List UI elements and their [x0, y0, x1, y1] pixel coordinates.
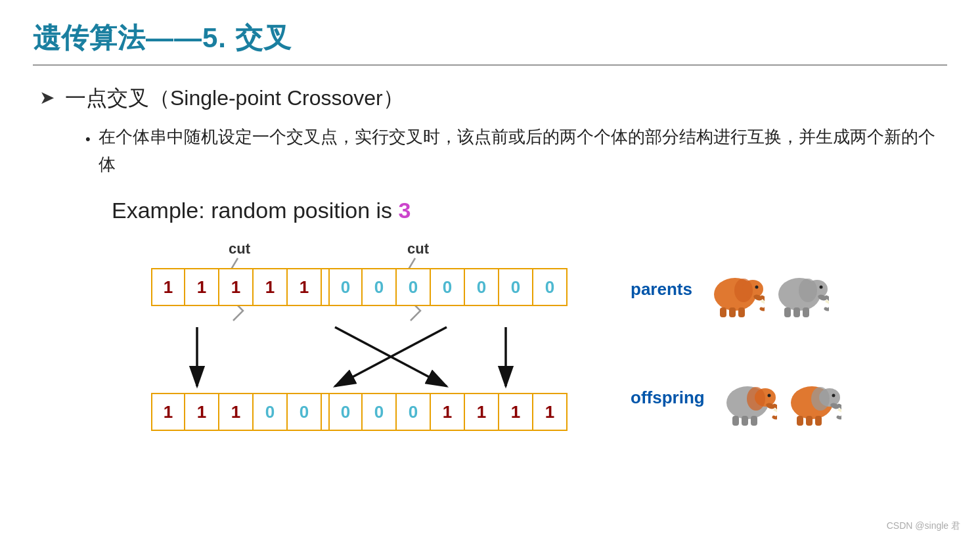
- svg-rect-12: [729, 307, 736, 317]
- parent2-gene-4: 0: [431, 268, 465, 306]
- page-title: 遗传算法——5. 交叉: [33, 20, 947, 56]
- svg-rect-29: [751, 416, 757, 426]
- offspring2-gene-3: 0: [397, 393, 431, 431]
- svg-rect-11: [720, 307, 726, 317]
- svg-rect-36: [806, 416, 813, 426]
- offspring-elephant-2: [782, 370, 841, 426]
- svg-point-18: [819, 286, 822, 289]
- example-label: Example: random position is 3: [112, 198, 947, 223]
- svg-point-10: [755, 286, 758, 289]
- parent1-gene-5: 1: [288, 268, 322, 306]
- example-number: 3: [399, 198, 411, 223]
- diagram-container: cut cut: [112, 235, 947, 452]
- main-bullet-text: 一点交叉（Single-point Crossover）: [65, 84, 404, 113]
- parent2-gene-2: 0: [363, 268, 397, 306]
- svg-rect-21: [803, 307, 809, 317]
- offspring1-gene-3: 1: [219, 393, 254, 431]
- offspring2-gene-6: 1: [499, 393, 533, 431]
- svg-point-38: [811, 387, 830, 411]
- parent2-row: 0 0 0 0 0 0 0: [328, 268, 568, 306]
- parent-elephant-gray: [770, 261, 829, 317]
- example-section: Example: random position is 3 cut cut: [112, 198, 947, 452]
- parent2-gene-1: 0: [328, 268, 363, 306]
- parent1-gene-3: 1: [219, 268, 254, 306]
- bullet-arrow: ➤: [39, 87, 55, 108]
- offspring1-gene-5: 0: [288, 393, 322, 431]
- offspring2-gene-7: 1: [533, 393, 568, 431]
- svg-rect-27: [732, 416, 739, 426]
- svg-point-34: [832, 394, 835, 397]
- svg-point-30: [747, 387, 765, 411]
- offspring2-gene-4: 1: [431, 393, 465, 431]
- offspring2-gene-2: 0: [363, 393, 397, 431]
- offspring1-gene-2: 1: [185, 393, 219, 431]
- offspring2-row: 0 0 0 1 1 1 1: [328, 393, 568, 431]
- svg-rect-28: [742, 416, 748, 426]
- parent1-gene-2: 1: [185, 268, 219, 306]
- parent2-gene-5: 0: [465, 268, 499, 306]
- parent-elephants: [705, 261, 829, 317]
- right-panel: parents: [631, 235, 841, 452]
- svg-text:cut: cut: [229, 240, 251, 257]
- svg-line-4: [335, 327, 447, 386]
- svg-rect-13: [738, 307, 745, 317]
- sub-bullet-text: 在个体串中随机设定一个交叉点，实行交叉时，该点前或后的两个个体的部分结构进行互换…: [99, 124, 947, 178]
- page: 遗传算法——5. 交叉 ➤ 一点交叉（Single-point Crossove…: [0, 0, 980, 540]
- main-bullet: ➤ 一点交叉（Single-point Crossover）: [39, 84, 947, 113]
- example-text: Example: random position is: [112, 198, 399, 223]
- parents-label: parents: [631, 279, 692, 300]
- sub-bullet-dot: •: [85, 127, 91, 150]
- offspring2-gene-5: 1: [465, 393, 499, 431]
- svg-rect-19: [784, 307, 791, 317]
- sub-bullet: • 在个体串中随机设定一个交叉点，实行交叉时，该点前或后的两个个体的部分结构进行…: [85, 124, 947, 178]
- offspring2-gene-1: 0: [328, 393, 363, 431]
- svg-point-14: [734, 279, 753, 302]
- parent-elephant-orange: [705, 261, 765, 317]
- offspring-elephant-1: [718, 370, 777, 426]
- svg-line-3: [335, 327, 447, 386]
- parent2-gene-3: 0: [397, 268, 431, 306]
- offspring-label: offspring: [631, 388, 705, 408]
- svg-rect-37: [815, 416, 822, 426]
- svg-rect-35: [797, 416, 803, 426]
- offspring1-gene-1: 1: [151, 393, 185, 431]
- parent2-gene-7: 0: [533, 268, 568, 306]
- parents-section: parents: [631, 261, 841, 317]
- svg-text:cut: cut: [407, 240, 430, 257]
- svg-point-26: [767, 394, 770, 397]
- parent1-gene-1: 1: [151, 268, 185, 306]
- parent2-gene-6: 0: [499, 268, 533, 306]
- parent1-gene-4: 1: [254, 268, 288, 306]
- offspring1-gene-4: 0: [254, 393, 288, 431]
- offspring-elephants: [718, 370, 841, 426]
- watermark: CSDN @single 君: [887, 520, 960, 532]
- crossover-area: cut cut: [112, 235, 598, 452]
- divider: [33, 64, 947, 66]
- offspring-section: offspring: [631, 370, 841, 426]
- svg-rect-20: [793, 307, 800, 317]
- svg-point-22: [799, 279, 817, 302]
